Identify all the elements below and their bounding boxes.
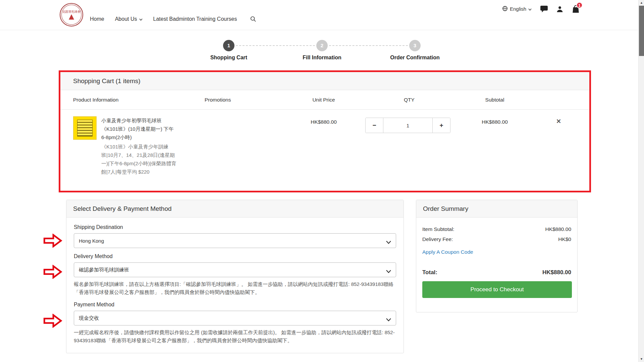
payment-method-help: 一經完成報名程序後，請儘快繳付課程費用以作留位之用 (如需收據請於兩個工作天前提…	[74, 328, 396, 345]
step-3-label: Order Confirmation	[375, 55, 455, 61]
delivery-fee-label: Delivery Fee:	[422, 236, 453, 242]
logo-text: 北區羽毛球會	[62, 10, 81, 13]
quantity-decrease-button[interactable]: −	[366, 118, 383, 133]
delivery-payment-panel: Select Delivery & Payment Method Shippin…	[66, 200, 404, 353]
site-logo[interactable]: 北區羽毛球會	[60, 3, 83, 26]
col-unit-price: Unit Price	[297, 97, 351, 103]
delivery-method-help: 報名參加羽毛球訓練班，請在以上方格選擇項目:「確認參加羽毛球訓練班」。 如需進一…	[74, 280, 396, 296]
step-connector	[236, 45, 315, 46]
scrollbar[interactable]: ▲ ▼	[638, 0, 644, 362]
messages-icon[interactable]	[540, 6, 548, 12]
step-3-circle: 3	[409, 40, 421, 51]
main-nav: Home About Us Latest Badminton Training …	[90, 16, 256, 22]
subtotal-value: HK$880.00	[468, 119, 522, 125]
order-summary-title: Order Summary	[416, 200, 577, 218]
quantity-input[interactable]	[383, 118, 433, 133]
delivery-fee-value: HK$0	[558, 236, 571, 242]
step-2-label: Fill Information	[288, 55, 356, 61]
cart-badge: 1	[576, 2, 583, 8]
payment-method-label: Payment Method	[74, 302, 396, 308]
page: 北區羽毛球會 Home About Us Latest Badminton Tr…	[0, 0, 644, 362]
language-label: English	[510, 6, 526, 12]
scroll-down-arrow[interactable]: ▼	[639, 356, 644, 362]
shopping-cart-panel: Shopping Cart (1 items) Product Informat…	[59, 70, 591, 192]
remove-item-icon[interactable]: ✕	[556, 118, 561, 125]
step-connector	[329, 45, 408, 46]
unit-price-value: HK$880.00	[297, 119, 351, 125]
item-subtotal-value: HK$880.00	[545, 226, 571, 232]
payment-method-select[interactable]: 現金交收	[74, 311, 396, 325]
chevron-down-icon	[139, 16, 143, 22]
chevron-down-icon	[528, 6, 532, 12]
chevron-down-icon	[386, 268, 391, 274]
cart-icon[interactable]: 1	[572, 5, 580, 13]
step-1-circle: 1	[223, 40, 234, 51]
apply-coupon-link[interactable]: Apply A Coupon Code	[422, 249, 571, 255]
account-icon[interactable]	[556, 6, 563, 12]
annotation-arrow	[43, 265, 62, 279]
scroll-up-arrow[interactable]: ▲	[639, 0, 644, 6]
quantity-stepper: − +	[365, 118, 450, 133]
total-value: HK$880.00	[542, 269, 571, 276]
delivery-method-select[interactable]: 確認參加羽毛球訓練班	[74, 262, 396, 277]
nav-latest-courses[interactable]: Latest Badminton Training Courses	[153, 16, 237, 22]
col-promotions: Promotions	[205, 97, 231, 103]
cart-column-headers: Product Information Promotions Unit Pric…	[60, 90, 589, 110]
delivery-method-label: Delivery Method	[74, 253, 396, 259]
delivery-panel-title: Select Delivery & Payment Method	[66, 200, 404, 218]
shipping-destination-value: Hong Kong	[79, 238, 104, 244]
delivery-method-value: 確認參加羽毛球訓練班	[79, 267, 129, 273]
col-product-information: Product Information	[73, 97, 118, 103]
header-actions: English 1	[502, 5, 580, 13]
product-title-link[interactable]: 小童及青少年初學羽毛球班 《K101班》(10月逢星期一) 下午 6-8pm(2…	[101, 116, 215, 141]
total-label: Total:	[422, 269, 437, 276]
quantity-increase-button[interactable]: +	[433, 118, 450, 133]
language-selector[interactable]: English	[502, 6, 532, 12]
payment-method-value: 現金交收	[79, 315, 99, 321]
annotation-arrow	[43, 314, 62, 328]
product-thumbnail[interactable]	[73, 116, 97, 140]
thumbnail-art	[77, 120, 93, 136]
search-icon[interactable]	[250, 16, 256, 22]
logo-emblem-icon	[69, 14, 74, 20]
cart-title: Shopping Cart (1 items)	[60, 72, 589, 90]
nav-home[interactable]: Home	[90, 16, 104, 22]
annotation-arrow	[43, 234, 62, 248]
nav-about-us[interactable]: About Us	[115, 16, 143, 22]
site-header: 北區羽毛球會 Home About Us Latest Badminton Tr…	[0, 0, 638, 30]
proceed-to-checkout-button[interactable]: Proceed to Checkout	[422, 281, 572, 298]
chevron-down-icon	[386, 317, 391, 322]
shipping-destination-label: Shipping Destination	[74, 224, 396, 230]
scrollbar-thumb[interactable]	[639, 6, 644, 56]
item-subtotal-label: Item Subtotal:	[422, 226, 454, 232]
step-2-circle: 2	[316, 40, 328, 51]
nav-about-us-label: About Us	[115, 16, 137, 22]
order-summary-panel: Order Summary Item Subtotal: HK$880.00 D…	[416, 200, 578, 312]
globe-icon	[502, 6, 508, 12]
chevron-down-icon	[386, 239, 391, 245]
product-description: 《K101班》小童及青少年訓練 班|10月7、14、21及28日(逢星期 一)|…	[101, 142, 217, 176]
shipping-destination-select[interactable]: Hong Kong	[74, 233, 396, 248]
col-subtotal: Subtotal	[468, 97, 522, 103]
cart-item-row: 小童及青少年初學羽毛球班 《K101班》(10月逢星期一) 下午 6-8pm(2…	[60, 110, 589, 189]
col-qty: QTY	[382, 97, 436, 103]
step-1-label: Shopping Cart	[195, 55, 262, 61]
